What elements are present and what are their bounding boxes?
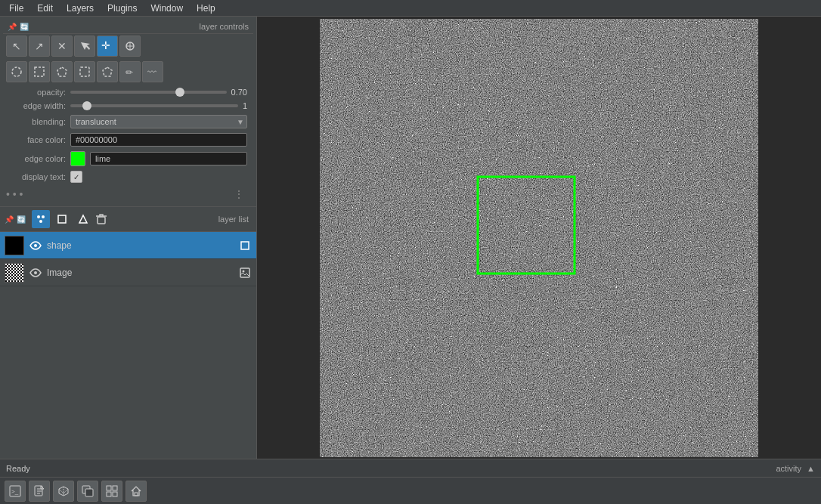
layer-thumb-image (5, 263, 24, 283)
edge-color-row: edge color: (3, 149, 253, 169)
layer-item-shape[interactable]: shape (0, 232, 256, 259)
svg-point-14 (34, 244, 37, 247)
layer-list-refresh-icon[interactable]: 🔄 (17, 215, 26, 224)
tool-path[interactable]: 〰 (142, 61, 163, 82)
controls-footer: • • • ⋮ (3, 185, 253, 203)
layer-controls-title: layer controls (29, 22, 249, 31)
menu-plugins[interactable]: Plugins (101, 2, 143, 15)
canvas-svg (320, 19, 758, 457)
layer-list-section: 📌 🔄 layer list (0, 207, 256, 459)
svg-rect-25 (85, 489, 93, 496)
svg-rect-20 (320, 19, 758, 457)
more-options-btn[interactable]: • • • (6, 188, 23, 200)
layer-type-image-icon (238, 266, 252, 280)
menu-help[interactable]: Help (191, 2, 222, 15)
opacity-thumb[interactable] (175, 88, 184, 97)
opacity-value: 0.70 (231, 88, 247, 97)
layer-type-shape-icon (238, 239, 252, 252)
script-btn[interactable] (29, 481, 50, 502)
new-label-layer-btn[interactable] (74, 210, 92, 228)
pin-icon[interactable]: 📌 (8, 23, 17, 31)
svg-text:〰: 〰 (147, 67, 156, 77)
tool-remove[interactable]: ✕ (51, 36, 73, 57)
edge-width-value: 1 (243, 101, 247, 110)
svg-rect-13 (98, 217, 105, 224)
new-points-layer-btn[interactable] (32, 210, 50, 228)
edge-color-input[interactable] (90, 152, 247, 165)
refresh-icon[interactable]: 🔄 (20, 23, 29, 31)
svg-point-2 (12, 67, 21, 76)
display-text-label: display text: (9, 172, 66, 181)
shape-thumb-preview (5, 237, 23, 255)
svg-rect-29 (113, 492, 117, 496)
tool-free-sel[interactable] (97, 61, 118, 82)
kebab-menu-btn[interactable]: ⋮ (234, 188, 250, 200)
bottom-toolbar: >_ (0, 477, 821, 504)
display-text-checkbox[interactable]: ✓ (70, 171, 82, 183)
home-btn[interactable] (125, 481, 147, 502)
edge-color-swatch[interactable] (70, 151, 85, 166)
edge-width-thumb[interactable] (82, 101, 91, 110)
grid-btn[interactable] (101, 481, 122, 502)
blending-row: blending: translucent opaque additive mi… (3, 113, 253, 131)
tool-select[interactable] (74, 36, 95, 57)
menu-edit[interactable]: Edit (31, 2, 59, 15)
svg-marker-15 (241, 242, 249, 249)
layer-name-image: Image (47, 267, 234, 278)
svg-marker-6 (103, 67, 112, 76)
layer-list-title: layer list (110, 215, 252, 224)
tool-pan[interactable] (119, 36, 141, 57)
svg-rect-3 (35, 67, 44, 76)
opacity-slider[interactable] (70, 91, 227, 94)
svg-text:✏: ✏ (125, 67, 133, 77)
delete-layer-btn[interactable] (92, 210, 110, 228)
layer-controls-header: 📌 🔄 layer controls (3, 20, 253, 34)
3d-view-btn[interactable] (53, 481, 74, 502)
canvas-area (257, 17, 821, 459)
layer-list-mini-icons: 📌 🔄 (5, 215, 26, 224)
svg-rect-17 (240, 268, 249, 277)
layer-eye-shape[interactable] (29, 239, 42, 252)
tool-brush[interactable]: ✏ (119, 61, 141, 82)
blending-label: blending: (9, 117, 66, 126)
tool-poly-sel[interactable] (51, 61, 73, 82)
face-color-input[interactable] (70, 133, 247, 147)
svg-marker-12 (58, 215, 66, 223)
svg-rect-27 (113, 486, 117, 490)
layer-list-pin-icon[interactable]: 📌 (5, 215, 14, 224)
main-canvas[interactable] (320, 19, 758, 457)
new-shape-layer-btn[interactable] (53, 210, 71, 228)
edge-width-slider[interactable] (70, 104, 238, 107)
svg-rect-28 (107, 492, 111, 496)
svg-point-10 (42, 215, 45, 218)
tool-row-2: ✏ 〰 (3, 60, 253, 84)
display-text-row: display text: ✓ (3, 169, 253, 185)
layer-name-shape: shape (47, 240, 234, 251)
svg-point-16 (34, 271, 37, 274)
menu-file[interactable]: File (3, 2, 29, 15)
activity-text: activity ▲ (776, 464, 815, 473)
terminal-btn[interactable]: >_ (5, 481, 26, 502)
activity-indicator: ▲ (807, 464, 815, 473)
tool-add[interactable]: ↗ (29, 36, 50, 57)
layer-item-image[interactable]: Image (0, 259, 256, 286)
tool-transform[interactable]: ↖ (6, 36, 27, 57)
layer-eye-image[interactable] (29, 266, 42, 280)
status-text: Ready (6, 464, 30, 473)
layer-controls-section: 📌 🔄 layer controls ↖ ↗ ✕ ✛ (0, 17, 256, 207)
blending-select[interactable]: translucent opaque additive minimum maxi… (70, 115, 247, 128)
layer-thumb-shape (5, 236, 24, 255)
activity-label: activity (776, 464, 801, 473)
svg-text:✛: ✛ (101, 40, 110, 51)
tool-move[interactable]: ✛ (97, 36, 118, 57)
new-window-btn[interactable] (77, 481, 98, 502)
layer-list-header: 📌 🔄 layer list (0, 207, 256, 232)
menu-window[interactable]: Window (144, 2, 189, 15)
tool-ellipse-sel[interactable] (6, 61, 27, 82)
tool-rect-sel[interactable] (29, 61, 50, 82)
opacity-label: opacity: (9, 88, 66, 97)
svg-point-18 (243, 270, 245, 272)
section-mini-icons: 📌 🔄 (8, 23, 29, 31)
menu-layers[interactable]: Layers (60, 2, 100, 15)
tool-lasso[interactable] (74, 61, 95, 82)
